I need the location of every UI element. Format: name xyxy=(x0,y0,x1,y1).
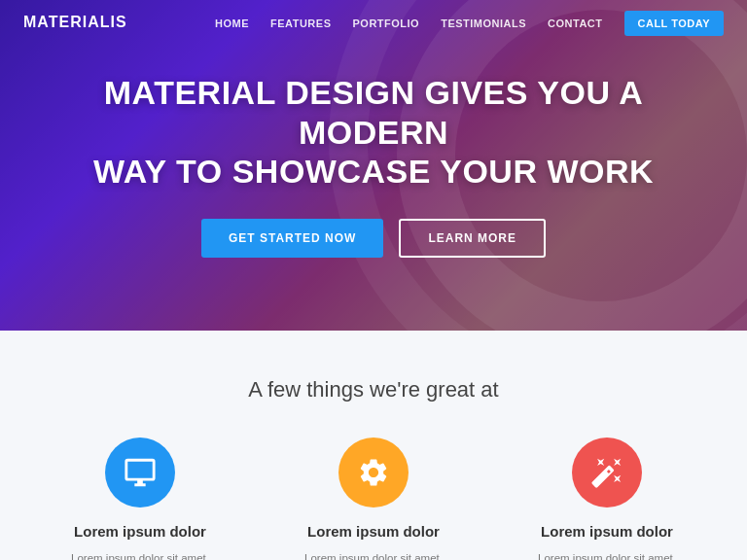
nav-cta-button[interactable]: CALL TODAY xyxy=(624,11,724,36)
settings-icon xyxy=(357,456,390,489)
hero-content: MATERIAL DESIGN GIVES YOU A MODERN WAY T… xyxy=(0,73,747,258)
nav-contact[interactable]: CONTACT xyxy=(548,18,602,29)
navbar: MATERIALIS HOME FEATURES PORTFOLIO TESTI… xyxy=(0,0,747,45)
features-title: A few things we're great at xyxy=(39,377,708,402)
feature-title-1: Lorem ipsum dolor xyxy=(43,523,237,540)
features-grid: Lorem ipsum dolor Lorem ipsum dolor sit … xyxy=(39,438,708,560)
nav-home[interactable]: HOME xyxy=(215,18,249,29)
nav-links: HOME FEATURES PORTFOLIO TESTIMONIALS CON… xyxy=(215,14,724,31)
hero-title: MATERIAL DESIGN GIVES YOU A MODERN WAY T… xyxy=(58,73,689,192)
feature-card-2: Lorem ipsum dolor Lorem ipsum dolor sit … xyxy=(276,438,471,560)
get-started-button[interactable]: GET STARTED NOW xyxy=(201,219,383,258)
hero-buttons: GET STARTED NOW LEARN MORE xyxy=(58,219,689,258)
features-section: A few things we're great at Lorem ipsum … xyxy=(0,331,747,560)
feature-title-3: Lorem ipsum dolor xyxy=(510,523,704,540)
nav-portfolio[interactable]: PORTFOLIO xyxy=(352,18,419,29)
learn-more-button[interactable]: LEARN MORE xyxy=(399,219,546,258)
brand-logo: MATERIALIS xyxy=(23,14,127,31)
hero-section: MATERIALIS HOME FEATURES PORTFOLIO TESTI… xyxy=(0,0,747,331)
feature-title-2: Lorem ipsum dolor xyxy=(276,523,471,540)
feature-text-2: Lorem ipsum dolor sit amet, consectetur … xyxy=(276,549,471,560)
feature-card-1: Lorem ipsum dolor Lorem ipsum dolor sit … xyxy=(43,438,237,560)
feature-icon-1 xyxy=(105,438,175,508)
nav-testimonials[interactable]: TESTIMONIALS xyxy=(441,18,526,29)
feature-card-3: Lorem ipsum dolor Lorem ipsum dolor sit … xyxy=(510,438,704,560)
feature-icon-3 xyxy=(572,438,642,508)
monitor-icon xyxy=(124,456,157,489)
feature-icon-2 xyxy=(338,438,409,508)
magic-icon xyxy=(590,456,623,489)
nav-features[interactable]: FEATURES xyxy=(270,18,331,29)
feature-text-3: Lorem ipsum dolor sit amet, consectetur … xyxy=(510,549,704,560)
feature-text-1: Lorem ipsum dolor sit amet, consectetur … xyxy=(43,549,237,560)
